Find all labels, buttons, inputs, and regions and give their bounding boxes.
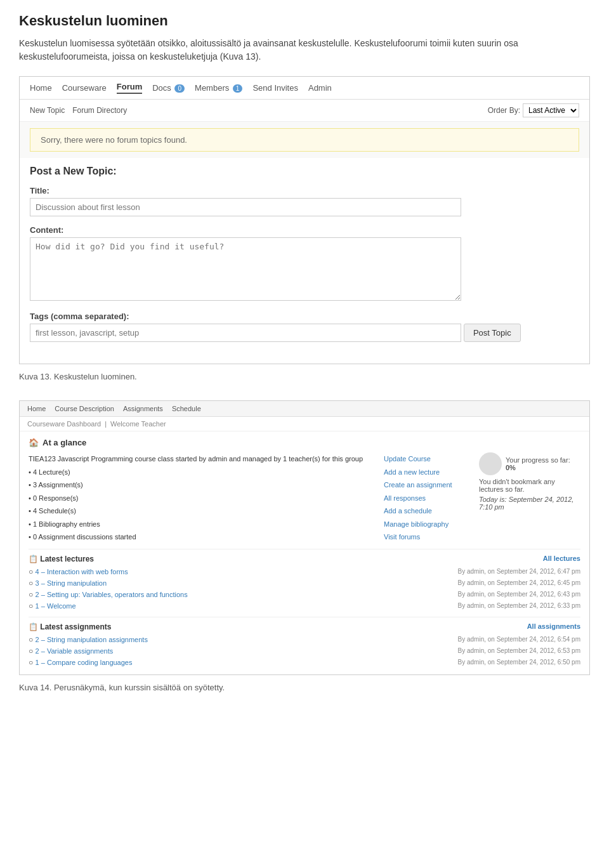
nav-docs[interactable]: Docs 0 — [152, 83, 185, 93]
lecture-item-4: ○ 1 – Welcome By admin, on September 24,… — [29, 600, 580, 612]
glance-row: TIEA123 Javascript Programming course cl… — [29, 452, 580, 544]
lectures-icon: 📋 — [29, 555, 38, 563]
lecture-link-2[interactable]: 3 – String manipulation — [36, 579, 107, 587]
lecture-link-3[interactable]: 2 – Setting up: Variables, operators and… — [36, 591, 188, 598]
action-add-schedule[interactable]: Add a schedule — [384, 507, 432, 515]
lecture-meta-2: By admin, on September 24, 2012, 6:45 pm — [458, 579, 580, 586]
forum-subnav: New Topic Forum Directory Order By: Last… — [20, 100, 589, 122]
home-icon: 🏠 — [29, 438, 39, 447]
assignment-meta-1: By admin, on September 24, 2012, 6:54 pm — [458, 636, 580, 643]
dash-nav: Home Course Description Assignments Sche… — [20, 401, 589, 417]
stat-schedules: • 4 Schedule(s) — [29, 504, 371, 518]
latest-assignments-title: 📋 Latest assignments All assignments — [29, 622, 580, 631]
dash-nav-home[interactable]: Home — [27, 405, 46, 412]
lecture-item-3: ○ 2 – Setting up: Variables, operators a… — [29, 589, 580, 600]
glance-progress: Your progress so far: 0% You didn't book… — [479, 452, 580, 511]
lecture-meta-1: By admin, on September 24, 2012, 6:47 pm — [458, 568, 580, 575]
stat-responses: • 0 Response(s) — [29, 492, 371, 505]
lecture-meta-4: By admin, on September 24, 2012, 6:33 pm — [458, 602, 580, 609]
content-textarea[interactable] — [30, 237, 461, 301]
all-assignments-link[interactable]: All assignments — [527, 622, 580, 631]
dash-nav-assignments[interactable]: Assignments — [123, 405, 163, 412]
progress-label: Your progress so far: — [506, 456, 570, 464]
forum-screenshot: Home Courseware Forum Docs 0 Members 1 S… — [19, 76, 590, 364]
today-date: Today is: September 24, 2012, 7:10 pm — [479, 496, 580, 511]
assignment-item-3: ○ 1 – Compare coding languages By admin,… — [29, 657, 580, 668]
tags-input[interactable] — [30, 324, 461, 342]
assignment-link-3[interactable]: 1 – Compare coding languages — [36, 659, 133, 666]
dash-nav-schedule[interactable]: Schedule — [172, 405, 201, 412]
progress-percent: 0% — [506, 464, 570, 471]
docs-badge: 0 — [174, 84, 185, 93]
nav-members[interactable]: Members 1 — [195, 83, 242, 93]
no-bookmark: You didn't bookmark any lectures so far. — [479, 478, 580, 493]
members-badge: 1 — [233, 84, 243, 93]
action-update-course[interactable]: Update Course — [384, 455, 431, 463]
assignment-item-1: ○ 2 – String manipulation assignments By… — [29, 634, 580, 645]
lecture-item-1: ○ 4 – Interaction with web forms By admi… — [29, 566, 580, 577]
forum-directory-link[interactable]: Forum Directory — [72, 106, 127, 115]
tags-label: Tags (comma separated): — [30, 312, 579, 321]
action-add-lecture[interactable]: Add a new lecture — [384, 468, 440, 476]
caption-1: Kuva 13. Keskustelun luominen. — [19, 372, 590, 381]
dashboard-body: 🏠 At a glance TIEA123 Javascript Program… — [20, 431, 589, 674]
glance-left: TIEA123 Javascript Programming course cl… — [29, 452, 371, 544]
latest-lectures-title: 📋 Latest lectures All lectures — [29, 555, 580, 563]
lecture-link-4[interactable]: 1 – Welcome — [36, 602, 76, 610]
action-manage-bibliography[interactable]: Manage bibliography — [384, 520, 449, 528]
content-label: Content: — [30, 225, 579, 235]
course-info: TIEA123 Javascript Programming course cl… — [29, 452, 371, 466]
at-a-glance-title: 🏠 At a glance — [29, 438, 580, 447]
title-label: Title: — [30, 186, 579, 195]
assignment-link-2[interactable]: 2 – Variable assignments — [36, 647, 114, 655]
assignment-link-1[interactable]: 2 – String manipulation assignments — [36, 636, 148, 643]
post-topic-button[interactable]: Post Topic — [464, 324, 521, 342]
stat-bibliography: • 1 Bibliography entries — [29, 518, 371, 531]
nav-admin[interactable]: Admin — [308, 83, 332, 93]
new-topic-link[interactable]: New Topic — [30, 106, 65, 115]
page-description: Keskustelun luomisessa syötetään otsikko… — [19, 37, 590, 63]
action-all-responses[interactable]: All responses — [384, 494, 426, 502]
nav-home[interactable]: Home — [30, 83, 52, 93]
form-title: Post a New Topic: — [30, 166, 579, 177]
latest-assignments-section: 📋 Latest assignments All assignments ○ 2… — [29, 617, 580, 668]
page-title: Keskustelun luominen — [19, 13, 590, 29]
progress-circle — [479, 452, 502, 475]
dash-breadcrumb: Courseware Dashboard | Welcome Teacher — [20, 417, 589, 431]
order-by-select[interactable]: Last Active — [523, 103, 579, 117]
title-input[interactable] — [30, 198, 461, 216]
stat-lectures: • 4 Lecture(s) — [29, 466, 371, 479]
action-create-assignment[interactable]: Create an assignment — [384, 481, 452, 489]
breadcrumb-courseware[interactable]: Courseware Dashboard — [27, 420, 101, 428]
nav-courseware[interactable]: Courseware — [62, 83, 107, 93]
forum-notice: Sorry, there were no forum topics found. — [30, 128, 579, 152]
nav-forum[interactable]: Forum — [117, 82, 142, 94]
breadcrumb-welcome: Welcome Teacher — [110, 420, 166, 428]
assignments-icon: 📋 — [29, 622, 38, 631]
nav-send-invites[interactable]: Send Invites — [252, 83, 298, 93]
lecture-meta-3: By admin, on September 24, 2012, 6:43 pm — [458, 591, 580, 598]
caption-2: Kuva 14. Perusnäkymä, kun kurssin sisält… — [19, 683, 590, 692]
dashboard-screenshot: Home Course Description Assignments Sche… — [19, 400, 590, 675]
latest-lectures-section: 📋 Latest lectures All lectures ○ 4 – Int… — [29, 549, 580, 612]
assignment-item-2: ○ 2 – Variable assignments By admin, on … — [29, 645, 580, 657]
lecture-link-1[interactable]: 4 – Interaction with web forms — [36, 568, 128, 575]
forum-nav: Home Courseware Forum Docs 0 Members 1 S… — [20, 77, 589, 100]
post-new-topic-form: Post a New Topic: Title: Content: Tags (… — [20, 158, 589, 364]
stat-discussions: • 0 Assignment discussions started — [29, 530, 371, 544]
breadcrumb-separator: | — [105, 420, 107, 428]
glance-actions: Update Course Add a new lecture Create a… — [384, 452, 466, 544]
stat-assignments: • 3 Assignment(s) — [29, 478, 371, 492]
action-visit-forums[interactable]: Visit forums — [384, 533, 420, 541]
dash-nav-course-desc[interactable]: Course Description — [55, 405, 114, 412]
order-by-container: Order By: Last Active — [488, 103, 579, 117]
lecture-item-2: ○ 3 – String manipulation By admin, on S… — [29, 577, 580, 589]
order-by-label: Order By: — [488, 106, 520, 115]
assignment-meta-2: By admin, on September 24, 2012, 6:53 pm — [458, 647, 580, 654]
all-lectures-link[interactable]: All lectures — [543, 555, 580, 563]
assignment-meta-3: By admin, on September 24, 2012, 6:50 pm — [458, 659, 580, 666]
